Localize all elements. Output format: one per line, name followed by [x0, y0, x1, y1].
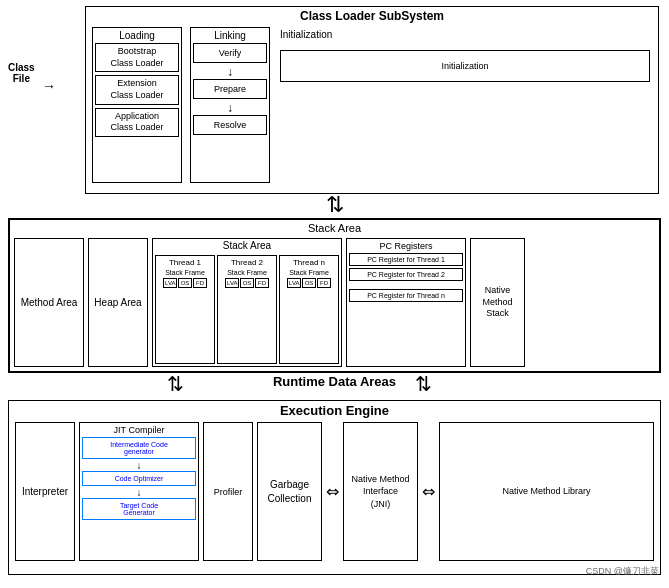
class-loader-inner: Loading BootstrapClass Loader ExtensionC… — [86, 23, 658, 187]
stack-frame-n: Stack Frame — [289, 269, 329, 276]
jit-item-3: Target CodeGenerator — [82, 498, 196, 520]
thread-2-box: Thread 2 Stack Frame LVA OS FD — [217, 255, 277, 364]
pc-thread-n: PC Register for Thread n — [349, 289, 463, 302]
thread-n-label: Thread n — [293, 258, 325, 267]
stack-area-section: Stack Area Thread 1 Stack Frame LVA OS F… — [152, 238, 342, 367]
cell-os-n: OS — [302, 278, 316, 288]
method-area: Method Area — [14, 238, 84, 367]
heap-area: Heap Area — [88, 238, 148, 367]
execution-section: Execution Engine Interpreter JIT Compile… — [8, 400, 661, 575]
stack-area-label-top: Stack Area — [308, 222, 361, 234]
class-file-label: Class File — [8, 62, 35, 84]
thread-1-label: Thread 1 — [169, 258, 201, 267]
init-box: Initialization Initialization — [278, 27, 652, 183]
cell-fd-n: FD — [317, 278, 331, 288]
jit-item-1: Intermediate Codegenerator — [82, 437, 196, 459]
linking-box: Linking Verify ↓ Prepare ↓ Resolve — [190, 27, 270, 183]
watermark: CSDN @镰刀非菜 — [586, 565, 659, 578]
runtime-data-areas-label: Runtime Data Areas — [273, 374, 396, 389]
main-container: Class File → Class Loader SubSystem Load… — [0, 0, 669, 588]
native-method-stack: Native Method Stack — [470, 238, 525, 367]
big-arrow-down-2: ⇅ — [167, 374, 184, 394]
runtime-content: Method Area Heap Area Stack Area Thread … — [10, 220, 659, 371]
jit-arrow-1: ↓ — [82, 461, 196, 471]
link-arrow-1: ↓ — [193, 66, 267, 78]
jit-arrow-2: ↓ — [82, 488, 196, 498]
stack-frame-2: Stack Frame — [227, 269, 267, 276]
class-loader-section: Class Loader SubSystem Loading Bootstrap… — [85, 6, 659, 194]
native-interface-box: Native MethodInterface(JNI) — [343, 422, 418, 561]
thread-1-cells: LVA OS FD — [163, 278, 207, 288]
thread-n-box: Thread n Stack Frame LVA OS FD — [279, 255, 339, 364]
thread-2-cells: LVA OS FD — [225, 278, 269, 288]
link-arrow-2: ↓ — [193, 102, 267, 114]
class-loader-title: Class Loader SubSystem — [86, 9, 658, 23]
pc-section: PC Registers PC Register for Thread 1 PC… — [346, 238, 466, 367]
big-arrow-down-1: ⇅ — [326, 194, 344, 216]
double-arrow-h: ⇔ — [326, 422, 339, 561]
pc-label: PC Registers — [349, 241, 463, 251]
thread-n-cells: LVA OS FD — [287, 278, 331, 288]
interpreter-box: Interpreter — [15, 422, 75, 561]
runtime-section: Stack Area Method Area Heap Area Stack A… — [8, 218, 661, 373]
execution-content: Interpreter JIT Compiler Intermediate Co… — [9, 422, 660, 565]
cell-os-2: OS — [240, 278, 254, 288]
cell-os-1: OS — [178, 278, 192, 288]
garbage-collection-box: GarbageCollection — [257, 422, 322, 561]
loading-title: Loading — [95, 30, 179, 41]
thread-2-label: Thread 2 — [231, 258, 263, 267]
prepare-item: Prepare — [193, 79, 267, 99]
extension-loader: ExtensionClass Loader — [95, 75, 179, 104]
init-title: Initialization — [280, 29, 650, 40]
cell-fd-1: FD — [193, 278, 207, 288]
native-library-box: Native Method Library — [439, 422, 654, 561]
stack-frame-1: Stack Frame — [165, 269, 205, 276]
stack-threads: Thread 1 Stack Frame LVA OS FD Thread 2 … — [153, 239, 341, 366]
pc-thread-2: PC Register for Thread 2 — [349, 268, 463, 281]
cell-fd-2: FD — [255, 278, 269, 288]
cell-lva-1: LVA — [163, 278, 177, 288]
double-arrow-h-2: ⇔ — [422, 422, 435, 561]
linking-title: Linking — [193, 30, 267, 41]
stack-area-label-inner: Stack Area — [223, 240, 271, 251]
bootstrap-loader: BootstrapClass Loader — [95, 43, 179, 72]
verify-item: Verify — [193, 43, 267, 63]
jit-section: JIT Compiler Intermediate Codegenerator … — [79, 422, 199, 561]
big-arrow-down-3: ⇅ — [415, 374, 432, 394]
profiler-box: Profiler — [203, 422, 253, 561]
thread-1-box: Thread 1 Stack Frame LVA OS FD — [155, 255, 215, 364]
pc-thread-1: PC Register for Thread 1 — [349, 253, 463, 266]
resolve-item: Resolve — [193, 115, 267, 135]
jit-label: JIT Compiler — [82, 425, 196, 435]
execution-title: Execution Engine — [9, 403, 660, 418]
application-loader: ApplicationClass Loader — [95, 108, 179, 137]
class-file-arrow: → — [42, 78, 56, 94]
cell-lva-n: LVA — [287, 278, 301, 288]
loading-box: Loading BootstrapClass Loader ExtensionC… — [92, 27, 182, 183]
jit-item-2: Code Optimizer — [82, 471, 196, 486]
init-item: Initialization — [280, 50, 650, 82]
cell-lva-2: LVA — [225, 278, 239, 288]
